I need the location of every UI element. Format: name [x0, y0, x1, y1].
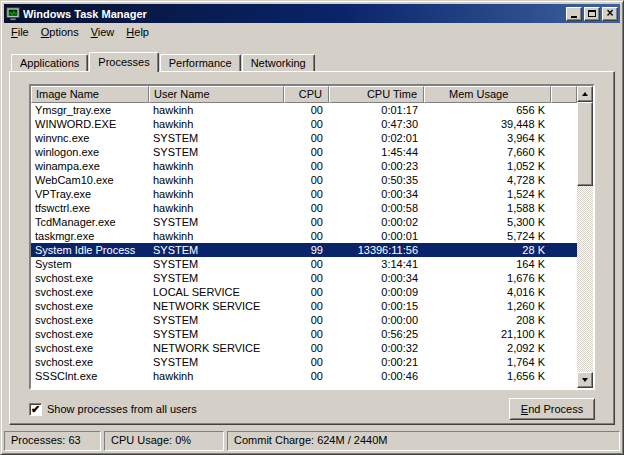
- tabstrip: ApplicationsProcessesPerformanceNetworki…: [9, 51, 615, 71]
- cell-image-name: winampa.exe: [31, 159, 149, 173]
- tab-networking[interactable]: Networking: [242, 54, 315, 71]
- scrollbar-thumb[interactable]: [577, 102, 593, 186]
- column-header-user-name[interactable]: User Name: [149, 86, 284, 103]
- cell-cpu: 00: [284, 159, 329, 173]
- cell-cpu: 00: [284, 341, 329, 355]
- vertical-scrollbar[interactable]: [577, 86, 593, 388]
- tab-applications[interactable]: Applications: [11, 54, 88, 71]
- cell-image-name: svchost.exe: [31, 355, 149, 369]
- checkbox-label: Show processes from all users: [47, 403, 197, 415]
- cell-mem-usage: 1,656 K: [424, 369, 551, 383]
- process-row[interactable]: winlogon.exeSYSTEM001:45:447,660 K: [31, 145, 577, 159]
- cell-cpu: 00: [284, 327, 329, 341]
- process-row[interactable]: svchost.exeNETWORK SERVICE000:00:151,260…: [31, 299, 577, 313]
- bottom-controls: ✔ Show processes from all users End Proc…: [29, 398, 595, 420]
- scroll-up-button[interactable]: [577, 86, 593, 102]
- cell-user-name: SYSTEM: [149, 327, 284, 341]
- tab-processes[interactable]: Processes: [89, 52, 158, 72]
- cell-image-name: WebCam10.exe: [31, 173, 149, 187]
- close-button[interactable]: ×: [602, 7, 618, 21]
- process-row[interactable]: svchost.exeSYSTEM000:00:211,764 K: [31, 355, 577, 369]
- column-header-mem-usage[interactable]: Mem Usage: [424, 86, 551, 103]
- titlebar-buttons: ×: [566, 7, 618, 21]
- cell-user-name: LOCAL SERVICE: [149, 285, 284, 299]
- show-all-users-checkbox[interactable]: ✔ Show processes from all users: [29, 403, 197, 416]
- cell-cpu: 00: [284, 215, 329, 229]
- cell-user-name: hawkinh: [149, 103, 284, 117]
- process-row[interactable]: winvnc.exeSYSTEM000:02:013,964 K: [31, 131, 577, 145]
- process-list-content: Image NameUser NameCPUCPU TimeMem Usage …: [31, 86, 577, 388]
- process-row[interactable]: svchost.exeNETWORK SERVICE000:00:322,092…: [31, 341, 577, 355]
- cell-user-name: hawkinh: [149, 173, 284, 187]
- process-row[interactable]: WebCam10.exehawkinh000:50:354,728 K: [31, 173, 577, 187]
- maximize-button[interactable]: [584, 7, 600, 21]
- cell-cpu: 00: [284, 299, 329, 313]
- cell-cpu-time: 13396:11:56: [329, 243, 424, 257]
- minimize-button[interactable]: [566, 7, 582, 21]
- cell-image-name: winvnc.exe: [31, 131, 149, 145]
- process-row[interactable]: System Idle ProcessSYSTEM9913396:11:5628…: [31, 243, 577, 257]
- process-row[interactable]: svchost.exeSYSTEM000:00:00208 K: [31, 313, 577, 327]
- tab-control: ApplicationsProcessesPerformanceNetworki…: [4, 41, 620, 431]
- process-row[interactable]: svchost.exeSYSTEM000:56:2521,100 K: [31, 327, 577, 341]
- cell-cpu-time: 0:00:23: [329, 159, 424, 173]
- process-list: Image NameUser NameCPUCPU TimeMem Usage …: [29, 84, 595, 390]
- cell-user-name: SYSTEM: [149, 271, 284, 285]
- cell-cpu: 00: [284, 369, 329, 383]
- cell-cpu: 00: [284, 201, 329, 215]
- scrollbar-track[interactable]: [577, 102, 593, 372]
- cell-user-name: SYSTEM: [149, 257, 284, 271]
- minimize-icon: [571, 16, 577, 18]
- cell-cpu: 00: [284, 257, 329, 271]
- cell-mem-usage: 164 K: [424, 257, 551, 271]
- tab-performance[interactable]: Performance: [160, 54, 241, 71]
- column-header-image-name[interactable]: Image Name: [31, 86, 149, 103]
- process-row[interactable]: tfswctrl.exehawkinh000:00:581,588 K: [31, 201, 577, 215]
- process-row[interactable]: SystemSYSTEM003:14:41164 K: [31, 257, 577, 271]
- table-header: Image NameUser NameCPUCPU TimeMem Usage: [31, 86, 577, 103]
- menu-file[interactable]: File: [5, 25, 35, 39]
- process-row[interactable]: svchost.exeSYSTEM000:00:341,676 K: [31, 271, 577, 285]
- cell-cpu-time: 1:45:44: [329, 145, 424, 159]
- cell-user-name: SYSTEM: [149, 355, 284, 369]
- process-row[interactable]: taskmgr.exehawkinh000:00:015,724 K: [31, 229, 577, 243]
- checkbox-icon: ✔: [29, 403, 42, 416]
- cell-cpu: 00: [284, 313, 329, 327]
- cell-image-name: System Idle Process: [31, 243, 149, 257]
- cell-image-name: svchost.exe: [31, 327, 149, 341]
- cell-cpu: 00: [284, 187, 329, 201]
- cell-image-name: svchost.exe: [31, 299, 149, 313]
- cell-mem-usage: 1,588 K: [424, 201, 551, 215]
- menu-options[interactable]: Options: [35, 25, 85, 39]
- process-row[interactable]: TcdManager.exeSYSTEM000:00:025,300 K: [31, 215, 577, 229]
- titlebar[interactable]: Windows Task Manager ×: [4, 4, 620, 23]
- cell-cpu: 00: [284, 229, 329, 243]
- process-row[interactable]: winampa.exehawkinh000:00:231,052 K: [31, 159, 577, 173]
- status-processes: Processes: 63: [4, 431, 101, 451]
- cell-image-name: tfswctrl.exe: [31, 201, 149, 215]
- cell-image-name: VPTray.exe: [31, 187, 149, 201]
- status-cpu-usage: CPU Usage: 0%: [104, 431, 224, 451]
- process-row[interactable]: VPTray.exehawkinh000:00:341,524 K: [31, 187, 577, 201]
- cell-image-name: System: [31, 257, 149, 271]
- menu-view[interactable]: View: [85, 25, 121, 39]
- arrow-down-icon: [582, 378, 588, 382]
- menu-help[interactable]: Help: [120, 25, 155, 39]
- end-process-button[interactable]: End Process: [509, 398, 595, 420]
- process-row[interactable]: SSSClnt.exehawkinh000:00:461,656 K: [31, 369, 577, 383]
- cell-user-name: hawkinh: [149, 201, 284, 215]
- cell-cpu: 00: [284, 131, 329, 145]
- scroll-down-button[interactable]: [577, 372, 593, 388]
- cell-cpu: 00: [284, 145, 329, 159]
- cell-mem-usage: 656 K: [424, 103, 551, 117]
- cell-image-name: svchost.exe: [31, 271, 149, 285]
- arrow-up-icon: [582, 92, 588, 96]
- process-row[interactable]: Ymsgr_tray.exehawkinh000:01:17656 K: [31, 103, 577, 117]
- process-row[interactable]: WINWORD.EXEhawkinh000:47:3039,448 K: [31, 117, 577, 131]
- column-header-cpu[interactable]: CPU: [284, 86, 329, 103]
- column-header-cpu-time[interactable]: CPU Time: [329, 86, 424, 103]
- tab-page-processes: Image NameUser NameCPUCPU TimeMem Usage …: [9, 71, 615, 425]
- statusbar: Processes: 63 CPU Usage: 0% Commit Charg…: [4, 431, 620, 451]
- process-row[interactable]: svchost.exeLOCAL SERVICE000:00:094,016 K: [31, 285, 577, 299]
- cell-mem-usage: 21,100 K: [424, 327, 551, 341]
